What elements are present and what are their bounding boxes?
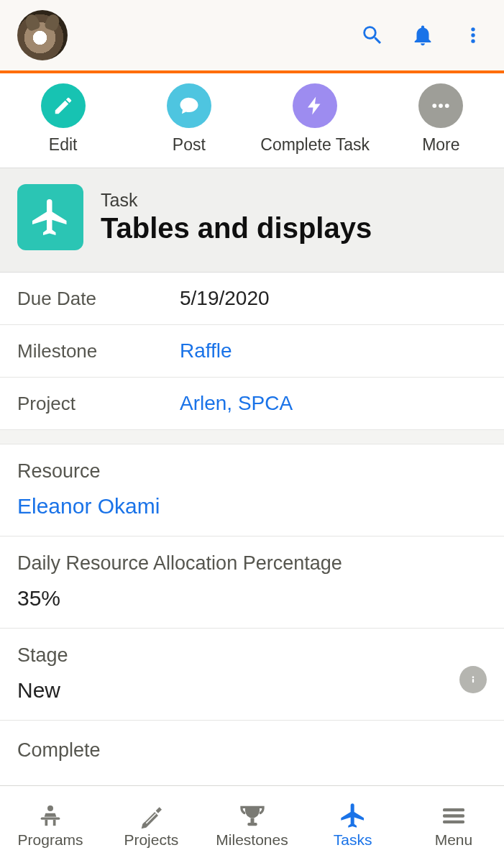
post-button[interactable]	[167, 83, 211, 128]
horizontal-dots-icon	[430, 95, 452, 117]
field-resource: Resource Eleanor Okami	[0, 444, 504, 536]
pencil-icon	[52, 95, 74, 117]
stage-value: New	[17, 678, 459, 703]
nav-projects[interactable]: Projects	[101, 786, 201, 863]
due-date-label: Due Date	[17, 288, 180, 310]
nav-programs[interactable]: Programs	[0, 786, 101, 863]
more-button[interactable]	[418, 83, 463, 128]
complete-label: Complete Task	[260, 135, 370, 155]
bolt-icon	[304, 95, 326, 117]
bell-icon	[411, 23, 435, 47]
more-label: More	[422, 135, 459, 155]
projects-icon	[134, 801, 168, 830]
avatar[interactable]	[17, 10, 68, 60]
allocation-label: Daily Resource Allocation Percentage	[17, 552, 487, 575]
svg-rect-13	[247, 823, 257, 826]
bottom-nav: Programs Projects Milestones Tasks Menu	[0, 785, 504, 863]
nav-tasks-label: Tasks	[334, 831, 372, 849]
svg-point-0	[471, 27, 475, 31]
field-milestone: Milestone Raffle	[0, 325, 504, 378]
nav-projects-label: Projects	[124, 831, 178, 849]
edit-action[interactable]: Edit	[0, 83, 126, 155]
field-allocation: Daily Resource Allocation Percentage 35%	[0, 536, 504, 629]
nav-menu[interactable]: Menu	[403, 786, 504, 863]
svg-point-5	[445, 104, 449, 108]
post-label: Post	[173, 135, 206, 155]
complete-task-action[interactable]: Complete Task	[252, 83, 378, 155]
svg-point-6	[472, 676, 475, 678]
svg-rect-10	[45, 819, 48, 825]
programs-icon	[34, 801, 67, 830]
search-icon	[360, 23, 385, 47]
svg-point-4	[439, 104, 444, 108]
svg-rect-11	[53, 819, 56, 825]
overflow-button[interactable]	[448, 25, 498, 45]
complete-button[interactable]	[293, 83, 337, 128]
post-action[interactable]: Post	[126, 83, 252, 155]
nav-milestones-label: Milestones	[216, 831, 288, 849]
svg-rect-12	[250, 818, 254, 823]
edit-label: Edit	[49, 135, 78, 155]
project-label: Project	[17, 393, 180, 415]
project-link[interactable]: Arlen, SPCA	[180, 392, 293, 415]
edit-button[interactable]	[41, 83, 86, 128]
complete-label: Complete	[17, 739, 101, 761]
stage-label: Stage	[17, 644, 459, 667]
nav-milestones[interactable]: Milestones	[201, 786, 302, 863]
info-icon	[467, 674, 479, 685]
svg-rect-7	[472, 679, 474, 682]
nav-tasks[interactable]: Tasks	[303, 786, 403, 863]
notifications-button[interactable]	[398, 23, 448, 47]
field-project: Project Arlen, SPCA	[0, 378, 504, 430]
record-type-label: Task	[101, 190, 372, 211]
field-due-date: Due Date 5/19/2020	[0, 273, 504, 325]
record-header-text: Task Tables and displays	[101, 190, 372, 245]
stage-info-button[interactable]	[459, 666, 487, 693]
milestone-link[interactable]: Raffle	[180, 339, 232, 362]
svg-rect-14	[443, 808, 464, 811]
due-date-value: 5/19/2020	[180, 287, 270, 310]
svg-rect-15	[443, 814, 464, 817]
trophy-icon	[236, 801, 269, 830]
airplane-icon	[29, 196, 72, 239]
section-gap	[0, 430, 504, 444]
record-header: Task Tables and displays	[0, 168, 504, 273]
chat-icon	[178, 95, 200, 117]
svg-rect-9	[41, 817, 60, 819]
svg-rect-16	[443, 820, 464, 823]
field-stage: Stage New	[0, 629, 504, 721]
svg-point-8	[47, 805, 53, 811]
hamburger-icon	[437, 801, 470, 830]
app-header	[0, 0, 504, 70]
svg-point-2	[471, 39, 475, 42]
record-icon-badge	[17, 184, 83, 250]
airplane-icon	[336, 801, 370, 830]
action-row: Edit Post Complete Task More	[0, 73, 504, 168]
svg-point-3	[433, 104, 437, 108]
nav-programs-label: Programs	[18, 831, 83, 849]
record-title: Tables and displays	[101, 212, 372, 245]
resource-link[interactable]: Eleanor Okami	[17, 494, 487, 519]
more-action[interactable]: More	[378, 83, 504, 155]
svg-point-1	[471, 33, 475, 37]
nav-menu-label: Menu	[435, 831, 473, 849]
vertical-dots-icon	[463, 25, 483, 45]
field-complete: Complete	[0, 721, 504, 762]
resource-label: Resource	[17, 460, 487, 483]
allocation-value: 35%	[17, 586, 487, 611]
milestone-label: Milestone	[17, 340, 180, 362]
search-button[interactable]	[347, 23, 398, 47]
